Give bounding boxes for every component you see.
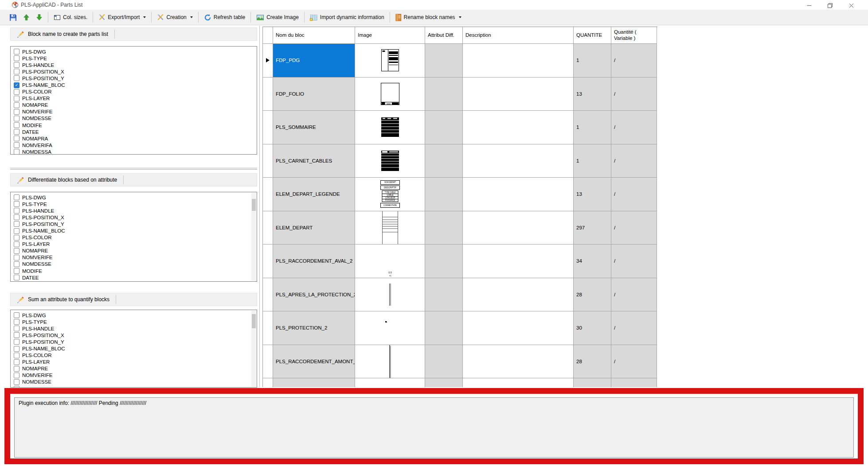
cell-quantite[interactable]: 297 (574, 211, 611, 245)
cell-attribut-diff[interactable] (425, 111, 463, 144)
cell-attribut-diff[interactable] (425, 311, 463, 345)
scrollbar-thumb[interactable] (252, 199, 256, 211)
attribute-option[interactable]: PLS-NAME_BLOC (11, 345, 257, 352)
checkbox-icon[interactable] (14, 69, 20, 74)
cell-attribut-diff[interactable] (425, 211, 463, 245)
cell-description[interactable] (463, 378, 574, 387)
cell-quantite[interactable]: 13 (574, 178, 611, 211)
checkbox-icon[interactable] (14, 353, 20, 358)
row-selector[interactable] (263, 278, 273, 312)
attribute-option[interactable]: DATEE (11, 128, 257, 135)
cell-quantite[interactable]: 1 (574, 44, 611, 78)
checkbox-icon[interactable] (14, 89, 20, 95)
cell-attribut-diff[interactable] (425, 245, 463, 278)
cell-block-name[interactable]: PLS_RACCORDEMENT_AMONT_2 (273, 345, 355, 379)
attribute-option[interactable]: PLS-COLOR (11, 234, 257, 241)
cell-quantite[interactable]: 1 (574, 144, 611, 178)
create-image-button[interactable]: Create Image (253, 12, 302, 23)
cell-quantite-variable[interactable]: / (611, 211, 657, 245)
cell-attribut-diff[interactable] (425, 78, 463, 111)
attribute-option[interactable]: ✓PLS-NAME_BLOC (11, 82, 257, 88)
cell-block-name[interactable] (273, 378, 355, 387)
attribute-option[interactable]: NOMAPRE (11, 102, 257, 109)
row-selector[interactable] (263, 211, 273, 245)
checkbox-icon[interactable] (14, 332, 20, 338)
attribute-option[interactable]: MODIFE (11, 385, 257, 388)
checkbox-icon[interactable] (14, 116, 20, 121)
cell-block-image[interactable] (355, 311, 425, 345)
checkbox-icon[interactable] (14, 62, 20, 68)
cell-block-image[interactable] (355, 78, 425, 111)
save-button[interactable] (6, 12, 20, 23)
attribute-option[interactable]: PLS-DWG (11, 194, 257, 201)
attribute-option[interactable]: NOMVERIFE (11, 109, 257, 115)
cell-quantite-variable[interactable]: / (611, 144, 657, 178)
attribute-option[interactable]: PLS-NAME_BLOC (11, 227, 257, 234)
cell-attribut-diff[interactable] (425, 144, 463, 178)
checkbox-icon[interactable] (14, 149, 20, 155)
creation-button[interactable]: Creation (154, 12, 195, 23)
checkbox-icon[interactable] (14, 102, 20, 108)
panel-splitter[interactable] (10, 168, 257, 170)
checkbox-icon[interactable] (14, 235, 20, 241)
attribute-option[interactable]: NOMDESSE (11, 115, 257, 122)
cell-description[interactable] (463, 245, 574, 278)
attribute-option[interactable]: NOMVERIFA (11, 142, 257, 148)
cell-block-name[interactable]: PLS_PROTECTION_2 (273, 311, 355, 345)
checkbox-icon[interactable] (14, 312, 20, 318)
cell-block-name[interactable]: FDP_PDG (273, 44, 355, 78)
cell-quantite-variable[interactable]: / (611, 311, 657, 345)
attribute-option[interactable]: MODIFE (11, 268, 257, 274)
row-selector[interactable] (263, 345, 273, 379)
checkbox-icon[interactable] (14, 96, 20, 101)
cell-quantite-variable[interactable]: / (611, 78, 657, 111)
import-dynamic-button[interactable]: Import dynamic information (307, 12, 387, 23)
attribute-option[interactable]: PLS-HANDLE (11, 325, 257, 332)
cell-attribut-diff[interactable] (425, 345, 463, 379)
checkbox-icon[interactable] (14, 248, 20, 254)
checkbox-icon[interactable] (14, 255, 20, 260)
cell-description[interactable] (463, 78, 574, 111)
scrollbar[interactable] (251, 193, 256, 281)
attribute-option[interactable]: PLS-DWG (11, 48, 257, 55)
cell-block-name[interactable]: FDP_FOLIO (273, 78, 355, 111)
checkbox-icon[interactable] (14, 201, 20, 207)
checkbox-icon[interactable] (14, 129, 20, 135)
checkbox-icon[interactable] (14, 75, 20, 81)
checkbox-icon[interactable] (14, 261, 20, 267)
attribute-option[interactable]: PLS-POSITION_X (11, 68, 257, 75)
cell-description[interactable] (463, 144, 574, 178)
attribute-option[interactable]: MODIFE (11, 122, 257, 128)
cell-quantite[interactable]: 1 (574, 111, 611, 144)
checkbox-icon[interactable] (14, 241, 20, 247)
cell-quantite[interactable]: 34 (574, 245, 611, 278)
attribute-option[interactable]: PLS-TYPE (11, 201, 257, 207)
cell-quantite[interactable]: 28 (574, 278, 611, 312)
cell-attribut-diff[interactable] (425, 178, 463, 211)
minimize-button[interactable] (799, 0, 819, 11)
cell-block-name[interactable]: ELEM_DEPART (273, 211, 355, 245)
cell-block-image[interactable]: NOM DEPARTDESCRIPTIFTYPE CABLECABLELONGU… (355, 178, 425, 211)
cell-description[interactable] (463, 311, 574, 345)
cell-description[interactable] (463, 111, 574, 144)
checkbox-icon[interactable] (14, 221, 20, 227)
attribute-list-1[interactable]: PLS-DWGPLS-TYPEPLS-HANDLEPLS-POSITION_XP… (10, 192, 257, 282)
checkbox-icon[interactable] (14, 386, 20, 388)
move-up-button[interactable] (20, 12, 33, 23)
attribute-option[interactable]: NOMVERIFE (11, 254, 257, 261)
cell-description[interactable] (463, 345, 574, 379)
row-selector[interactable] (263, 178, 273, 211)
attribute-option[interactable]: PLS-POSITION_X (11, 214, 257, 221)
cell-attribut-diff[interactable] (425, 278, 463, 312)
cell-block-name[interactable]: PLS_CARNET_CABLES (273, 144, 355, 178)
cell-description[interactable] (463, 44, 574, 78)
cell-block-name[interactable]: PLS_SOMMAIRE (273, 111, 355, 144)
scrollbar[interactable] (251, 311, 256, 387)
checkbox-icon[interactable] (14, 109, 20, 115)
cell-block-image[interactable] (355, 378, 425, 387)
checkbox-icon[interactable] (14, 359, 20, 365)
checkbox-icon[interactable] (14, 366, 20, 372)
section-header-sum[interactable]: Sum an attribute to quantify blocks (10, 293, 257, 306)
attribute-option[interactable]: NOMDESSE (11, 261, 257, 268)
cell-block-image[interactable] (355, 144, 425, 178)
